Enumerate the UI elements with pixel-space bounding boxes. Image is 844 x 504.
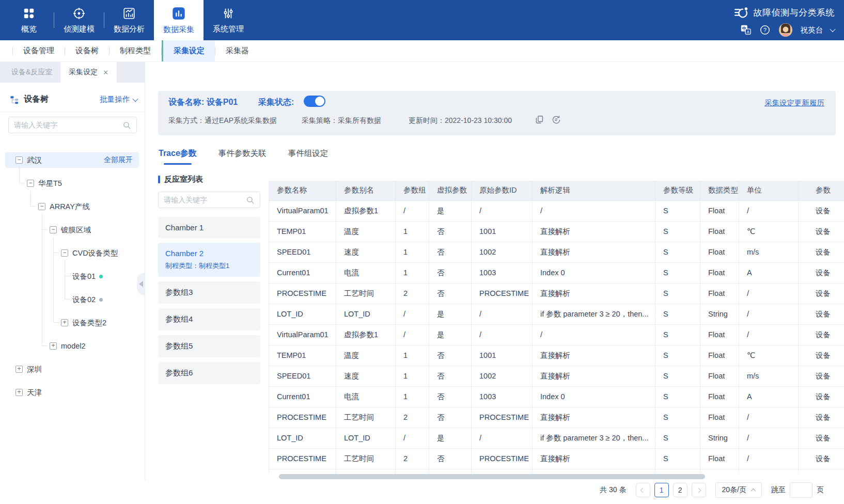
- tree-node-label: 设备类型2: [72, 318, 106, 328]
- sub-nav-item-collect-setting[interactable]: 采集设定: [162, 40, 215, 61]
- tree-node[interactable]: −ARRAY产线: [5, 199, 139, 214]
- table-row[interactable]: SPEED01速度1否1002直接解析SFloatm/s设备: [269, 242, 844, 262]
- cell: 工艺时间: [336, 448, 396, 469]
- main-nav-item-collection[interactable]: 数据采集: [154, 0, 204, 40]
- cell: Float: [700, 407, 739, 428]
- table-row[interactable]: Current01电流1否1003Index 0SFloatA设备: [269, 262, 844, 283]
- content-tab-trace-params[interactable]: Trace参数: [159, 148, 197, 165]
- chamber-list-item[interactable]: Chamber 1: [158, 217, 260, 238]
- chamber-list-item[interactable]: Chamber 2制程类型：制程类型1: [158, 243, 260, 277]
- cell: 设备: [799, 200, 844, 221]
- column-header: 数据类型: [700, 181, 739, 200]
- chamber-list-item[interactable]: 参数组3: [158, 281, 260, 304]
- table-row[interactable]: PROCESTIME工艺时间2否PROCESTIME直接解析SFloat/设备: [269, 283, 844, 304]
- cell: 设备: [799, 366, 844, 386]
- cell: 电流: [336, 386, 396, 407]
- tree-toggle-plus-icon[interactable]: +: [50, 342, 57, 350]
- chamber-panel: 反应室列表 Chamber 1Chamber 2制程类型：制程类型1参数组3参数…: [158, 175, 260, 389]
- tree-toggle-plus-icon[interactable]: +: [15, 366, 23, 373]
- cell: VirtualParam01: [269, 324, 336, 345]
- table-row[interactable]: LOT_IDLOT_ID/是/if 参数 parameter 3 ≥ 20，th…: [269, 304, 844, 324]
- collect-status-toggle[interactable]: [304, 96, 325, 107]
- table-row[interactable]: TEMP01温度1否1001直接解析SFloat℃设备: [269, 221, 844, 242]
- sub-nav-item-device-management[interactable]: 设备管理: [13, 40, 65, 61]
- main-nav-item-overview[interactable]: 概览: [4, 0, 54, 40]
- tree-toggle-minus-icon[interactable]: −: [15, 156, 23, 164]
- table-row[interactable]: VirtualParam01虚拟参数1/是//SFloat/设备: [269, 200, 844, 221]
- table-row[interactable]: PROCESTIME工艺时间2否PROCESTIME直接解析SFloat/设备: [269, 407, 844, 428]
- tree-toggle-minus-icon[interactable]: −: [50, 226, 57, 233]
- page-button-2[interactable]: 2: [673, 483, 687, 497]
- avatar[interactable]: [778, 23, 793, 37]
- tree-node[interactable]: 设备01: [5, 269, 139, 284]
- tree-node-label: 武汉: [27, 155, 42, 165]
- top-actions: 中A ? 祝英台: [740, 23, 835, 37]
- tree-node[interactable]: −武汉全部展开: [5, 152, 139, 168]
- workspace-tab-device-chamber[interactable]: 设备&反应室: [3, 62, 60, 83]
- help-icon[interactable]: ?: [759, 24, 771, 36]
- table-row[interactable]: PROCESTIME工艺时间2否PROCESTIME直接解析SFloat/设备: [269, 448, 844, 469]
- translate-icon[interactable]: 中A: [740, 24, 752, 36]
- page-size-select[interactable]: 20条/页: [715, 482, 762, 498]
- tree-toggle-minus-icon[interactable]: −: [27, 180, 34, 187]
- chamber-search-input[interactable]: [164, 196, 246, 204]
- tree-node[interactable]: +model2: [5, 338, 139, 354]
- workspace-tab-collect-setting[interactable]: 采集设定✕: [60, 62, 117, 83]
- jump-page-input[interactable]: [790, 482, 812, 498]
- chamber-list-item[interactable]: 参数组6: [158, 362, 260, 384]
- sub-nav-item-device-tree[interactable]: 设备树: [65, 40, 109, 61]
- close-icon[interactable]: ✕: [103, 69, 108, 76]
- cell: S: [655, 386, 700, 407]
- tree-toggle-minus-icon[interactable]: −: [61, 249, 68, 257]
- table-row[interactable]: SPEED01速度1否1002直接解析SFloatm/s设备: [269, 366, 844, 386]
- expand-all-link[interactable]: 全部展开: [104, 155, 139, 165]
- table-row[interactable]: VirtualParam01虚拟参数1/是//SFloat/设备: [269, 324, 844, 345]
- tree-node-label: 镀膜区域: [61, 225, 91, 235]
- user-name[interactable]: 祝英台: [801, 25, 823, 35]
- tree-node[interactable]: +深圳: [5, 361, 139, 377]
- chevron-down-icon[interactable]: [830, 26, 835, 32]
- cell: 1002: [472, 242, 533, 262]
- cell: /: [739, 283, 799, 304]
- table-row[interactable]: TEMP01温度1否1001直接解析SFloat℃设备: [269, 345, 844, 366]
- main-nav-item-system[interactable]: 系统管理: [204, 0, 253, 40]
- chamber-name: 参数组6: [165, 368, 253, 378]
- sidebar-search-input[interactable]: [14, 121, 122, 129]
- history-link[interactable]: 采集设定更新履历: [764, 98, 824, 108]
- chamber-list-item[interactable]: 参数组4: [158, 308, 260, 330]
- horizontal-scrollbar[interactable]: [279, 474, 705, 479]
- sub-nav-item-collector[interactable]: 采集器: [215, 40, 259, 61]
- refresh-history-icon[interactable]: [551, 115, 561, 125]
- tree-node[interactable]: +天津: [5, 385, 139, 400]
- cell: /: [739, 407, 799, 428]
- tree-toggle-plus-icon[interactable]: +: [15, 389, 23, 396]
- tree-node[interactable]: −镀膜区域: [5, 222, 139, 238]
- tree-toggle-plus-icon[interactable]: +: [61, 319, 68, 326]
- cell: 直接解析: [533, 345, 655, 366]
- table-row[interactable]: LOT_IDLOT_ID/是/if 参数 parameter 3 ≥ 20，th…: [269, 428, 844, 448]
- chamber-list-item[interactable]: 参数组5: [158, 335, 260, 357]
- copy-icon[interactable]: [535, 115, 544, 124]
- content-tab-event-param-link[interactable]: 事件参数关联: [218, 148, 267, 165]
- main-nav-item-modeling[interactable]: 侦测建模: [54, 0, 104, 40]
- main-nav-item-analysis[interactable]: 数据分析: [104, 0, 154, 40]
- table-row[interactable]: Current01电流1否1003Index 0SFloatA设备: [269, 386, 844, 407]
- cell: 直接解析: [533, 221, 655, 242]
- page-button-1[interactable]: 1: [654, 483, 669, 497]
- tree-toggle-minus-icon[interactable]: −: [38, 203, 45, 210]
- tree-node-label: ARRAY产线: [50, 202, 90, 212]
- cell: 否: [429, 262, 472, 283]
- tree-node-label: 深圳: [27, 365, 42, 374]
- tree-node[interactable]: 设备02: [5, 292, 139, 307]
- content-tab-event-group[interactable]: 事件组设定: [288, 148, 329, 165]
- tree-node[interactable]: −华星T5: [5, 176, 139, 191]
- sub-nav-item-process-type[interactable]: 制程类型: [110, 40, 161, 61]
- cell: ℃: [739, 345, 799, 366]
- tree-node[interactable]: +设备类型2: [5, 315, 139, 330]
- next-page-button[interactable]: [692, 483, 706, 497]
- total-count: 共 30 条: [600, 485, 626, 495]
- tree-node[interactable]: −CVD设备类型: [5, 245, 139, 261]
- prev-page-button[interactable]: [636, 483, 650, 497]
- sub-nav: 设备管理设备树制程类型采集设定采集器: [0, 40, 844, 62]
- batch-action-dropdown[interactable]: 批量操作: [100, 94, 137, 104]
